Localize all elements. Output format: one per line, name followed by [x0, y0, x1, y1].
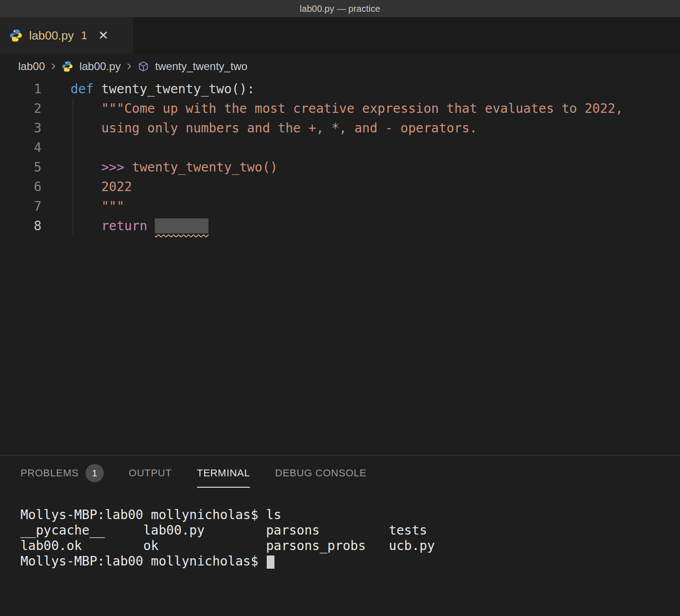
terminal-line: __pycache__ lab00.py parsons tests: [20, 523, 680, 538]
window-title: lab00.py — practice: [300, 4, 381, 14]
selected-placeholder: [155, 218, 208, 233]
code-token: [71, 218, 101, 233]
code-lines: 1def twenty_twenty_two():2 """Come up wi…: [0, 79, 680, 236]
code-token: >>>: [101, 160, 132, 175]
code-token: twenty_twenty_two(): [132, 160, 278, 175]
terminal-line: Mollys-MBP:lab00 mollynicholas$ ls: [20, 507, 680, 523]
code-line[interactable]: 4: [0, 138, 680, 157]
code-line[interactable]: 3 using only numbers and the +, *, and -…: [0, 118, 680, 138]
line-number: 4: [0, 138, 52, 157]
problems-count-badge: 1: [86, 464, 104, 482]
python-icon: [61, 61, 73, 72]
line-number: 6: [0, 177, 52, 197]
code-line[interactable]: 7 """: [0, 197, 680, 216]
line-content: >>> twenty_twenty_two(): [52, 157, 278, 177]
terminal[interactable]: Mollys-MBP:lab00 mollynicholas$ ls__pyca…: [0, 491, 680, 569]
code-token: def: [71, 81, 94, 96]
chevron-right-icon: ›: [51, 58, 56, 72]
code-line[interactable]: 5 >>> twenty_twenty_two(): [0, 157, 680, 177]
line-content: [52, 138, 71, 157]
tab-problems-count: 1: [81, 29, 87, 42]
line-number: 5: [0, 157, 52, 177]
tab-label: lab00.py: [29, 29, 74, 43]
code-line[interactable]: 8 return: [0, 216, 680, 236]
terminal-line: lab00.ok ok parsons_probs ucb.py: [20, 538, 680, 554]
tab-lab00py[interactable]: lab00.py 1 ✕: [0, 17, 133, 54]
panel-tab-output[interactable]: OUTPUT: [129, 455, 172, 491]
line-number: 7: [0, 197, 52, 216]
line-content: return: [52, 216, 208, 236]
panel-tab-label: PROBLEMS: [20, 467, 79, 479]
code-token: using only numbers and the +, *, and - o…: [71, 121, 477, 136]
line-content: using only numbers and the +, *, and - o…: [52, 118, 477, 138]
code-token: [147, 218, 155, 233]
close-tab-icon[interactable]: ✕: [98, 28, 109, 43]
indent-guide: [73, 99, 73, 236]
title-bar: lab00.py — practice: [0, 0, 680, 17]
panel-tab-terminal[interactable]: TERMINAL: [197, 455, 250, 491]
python-icon: [9, 29, 23, 42]
line-content: def twenty_twenty_two():: [52, 79, 255, 99]
panel-tab-label: OUTPUT: [129, 467, 172, 479]
breadcrumb: lab00 › lab00.py › twenty_twenty_two: [0, 54, 680, 79]
terminal-line: Mollys-MBP:lab00 mollynicholas$: [20, 554, 680, 569]
line-number: 1: [0, 79, 52, 99]
line-number: 8: [0, 216, 52, 236]
panel-tab-bar: PROBLEMS1OUTPUTTERMINALDEBUG CONSOLE: [0, 455, 680, 491]
line-content: """: [52, 197, 124, 216]
panel-tab-label: TERMINAL: [197, 467, 250, 479]
code-line[interactable]: 2 """Come up with the most creative expr…: [0, 99, 680, 118]
tab-bar: lab00.py 1 ✕: [0, 17, 680, 54]
code-token: """: [71, 199, 124, 214]
code-token: """Come up with the most creative expres…: [101, 101, 623, 116]
code-token: return: [101, 218, 147, 233]
symbol-method-icon: [137, 61, 149, 72]
line-number: 3: [0, 118, 52, 138]
chevron-right-icon: ›: [127, 58, 132, 72]
code-token: [71, 160, 101, 175]
bottom-panel: PROBLEMS1OUTPUTTERMINALDEBUG CONSOLE Mol…: [0, 455, 680, 616]
line-content: """Come up with the most creative expres…: [52, 99, 623, 118]
breadcrumb-folder[interactable]: lab00: [18, 60, 45, 73]
breadcrumb-symbol[interactable]: twenty_twenty_two: [155, 60, 248, 73]
vscode-window: lab00.py — practice lab00.py 1 ✕ lab00 ›: [0, 0, 680, 616]
code-line[interactable]: 6 2022: [0, 177, 680, 197]
panel-tab-debug-console[interactable]: DEBUG CONSOLE: [275, 455, 366, 491]
line-content: 2022: [52, 177, 132, 197]
breadcrumb-file[interactable]: lab00.py: [79, 60, 121, 73]
code-token: 2022: [71, 179, 132, 194]
terminal-cursor: [267, 555, 274, 569]
code-editor[interactable]: 1def twenty_twenty_two():2 """Come up wi…: [0, 79, 680, 455]
panel-tab-problems[interactable]: PROBLEMS1: [20, 455, 104, 491]
panel-tab-label: DEBUG CONSOLE: [275, 467, 366, 479]
code-token: twenty_twenty_two():: [94, 81, 255, 96]
line-number: 2: [0, 99, 52, 118]
code-token: [71, 101, 101, 116]
code-line[interactable]: 1def twenty_twenty_two():: [0, 79, 680, 99]
